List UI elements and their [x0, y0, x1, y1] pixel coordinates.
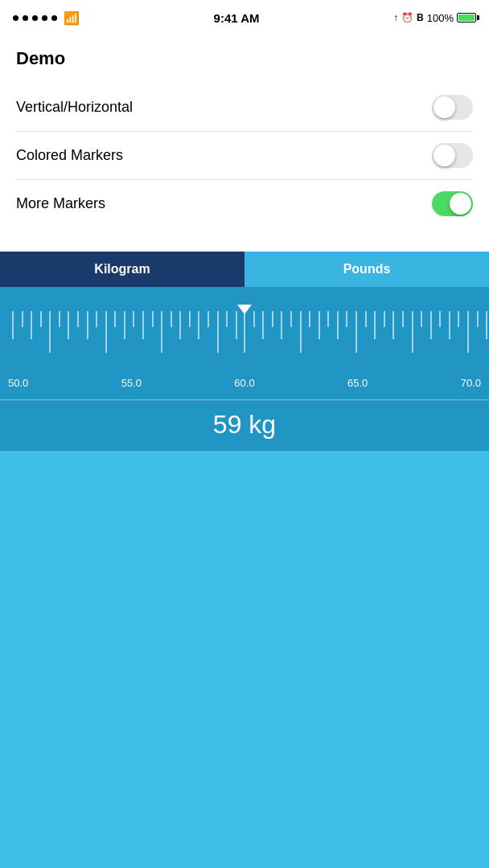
toggle-vertical-horizontal[interactable] — [432, 95, 473, 120]
signal-dot-5 — [51, 15, 57, 21]
ruler-value: 59 kg — [0, 399, 489, 451]
status-time: 9:41 AM — [214, 11, 260, 25]
bluetooth-icon: B — [417, 12, 424, 23]
status-left: 📶 — [13, 10, 80, 26]
battery-percent: 100% — [427, 12, 454, 24]
location-icon: ↑ — [393, 12, 398, 23]
signal-dot-1 — [13, 15, 18, 21]
battery-fill — [458, 14, 475, 21]
ruler-widget: Kilogram Pounds — [0, 252, 489, 451]
tab-pounds[interactable]: Pounds — [244, 252, 489, 287]
battery-icon — [457, 13, 476, 23]
signal-dot-3 — [32, 15, 38, 21]
toggle-colored-markers[interactable] — [432, 143, 473, 168]
setting-label-more-markers: More Markers — [16, 195, 105, 212]
setting-row-vertical-horizontal: Vertical/Horizontal — [16, 84, 473, 132]
ruler-area[interactable]: 50.0 55.0 60.0 65.0 70.0 — [0, 287, 489, 399]
setting-row-colored-markers: Colored Markers — [16, 132, 473, 180]
ruler-ticks — [0, 311, 489, 375]
signal-dot-2 — [23, 15, 28, 21]
setting-label-colored-markers: Colored Markers — [16, 147, 123, 164]
tab-bar: Kilogram Pounds — [0, 252, 489, 287]
settings-title: Demo — [16, 48, 473, 69]
ruler-labels: 50.0 55.0 60.0 65.0 70.0 — [0, 375, 489, 389]
signal-dot-4 — [42, 15, 47, 21]
toggle-more-markers[interactable] — [432, 191, 473, 216]
alarm-icon: ⏰ — [401, 12, 413, 23]
setting-label-vertical-horizontal: Vertical/Horizontal — [16, 99, 133, 116]
bottom-area — [0, 451, 489, 868]
settings-section: Demo Vertical/Horizontal Colored Markers… — [0, 35, 489, 244]
ticks-svg-main — [0, 311, 489, 375]
ruler-label-65: 65.0 — [347, 377, 368, 389]
status-bar: 📶 9:41 AM ↑ ⏰ B 100% — [0, 0, 489, 35]
toggle-knob-more-markers — [450, 193, 471, 215]
ruler-label-60: 60.0 — [234, 377, 254, 389]
wifi-icon: 📶 — [64, 10, 80, 26]
ruler-label-55: 55.0 — [121, 377, 142, 389]
ruler-label-70: 70.0 — [461, 377, 481, 389]
ruler-label-50: 50.0 — [8, 377, 28, 389]
toggle-knob-colored-markers — [434, 145, 455, 166]
toggle-knob-vertical-horizontal — [434, 96, 455, 118]
tab-kilogram[interactable]: Kilogram — [0, 252, 244, 287]
setting-row-more-markers: More Markers — [16, 180, 473, 227]
status-right: ↑ ⏰ B 100% — [393, 12, 476, 24]
